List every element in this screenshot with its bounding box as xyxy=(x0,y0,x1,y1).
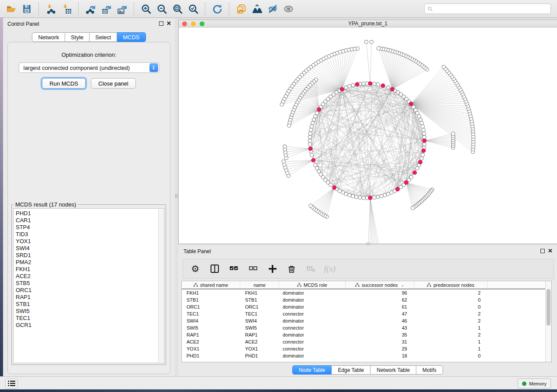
delete-button[interactable] xyxy=(286,264,297,274)
table-settings-button[interactable]: ⚙ xyxy=(190,264,201,274)
graph-node[interactable] xyxy=(383,193,387,197)
graph-node[interactable] xyxy=(309,204,312,207)
graph-node[interactable] xyxy=(451,132,455,135)
column-header-predecessor-nodes[interactable]: predecessor nodes xyxy=(414,281,488,289)
export-network-button[interactable] xyxy=(84,2,97,15)
graph-node[interactable] xyxy=(422,132,426,135)
float-panel-icon[interactable] xyxy=(540,249,545,253)
open-file-button[interactable] xyxy=(4,2,17,15)
mcds-list-item[interactable]: SRD1 xyxy=(16,252,164,259)
mcds-result-list[interactable]: PHD1CAR1STP4TID3YOX1SWI4SRD1PMA2FKH1ACE2… xyxy=(13,208,164,363)
graph-node[interactable] xyxy=(280,103,284,106)
table-row[interactable]: YOX1YOX1connector291 xyxy=(182,345,551,352)
graph-node[interactable] xyxy=(419,118,422,121)
graph-mcds-node[interactable] xyxy=(413,171,417,175)
graph-node[interactable] xyxy=(312,118,315,121)
graph-mcds-node[interactable] xyxy=(317,107,321,111)
hide-glasses-button[interactable] xyxy=(266,2,279,15)
graph-node[interactable] xyxy=(412,105,415,109)
mcds-list-item[interactable]: ACE2 xyxy=(16,273,164,280)
table-row[interactable]: PHD1PHD1dominator180 xyxy=(182,352,551,359)
graph-node[interactable] xyxy=(376,195,380,199)
graph-mcds-node[interactable] xyxy=(311,158,315,162)
run-mcds-button[interactable]: Run MCDS xyxy=(42,78,86,89)
select-all-button[interactable] xyxy=(228,264,239,274)
import-table-button[interactable] xyxy=(60,2,73,15)
graph-mcds-node[interactable] xyxy=(391,87,394,91)
graph-node[interactable] xyxy=(380,194,383,198)
vertical-splitter[interactable] xyxy=(175,18,178,376)
search-field[interactable] xyxy=(435,6,548,12)
graph-node[interactable] xyxy=(422,128,425,132)
network-window-titlebar[interactable]: YPA_prune.txt_1 xyxy=(179,20,557,28)
close-panel-button[interactable]: Close panel xyxy=(91,78,136,89)
graph-node[interactable] xyxy=(308,142,311,146)
graph-mcds-node[interactable] xyxy=(368,196,372,200)
mcds-list-item[interactable]: FKH1 xyxy=(16,266,164,273)
mcds-list-item[interactable]: STB1 xyxy=(16,301,164,308)
zoom-out-button[interactable] xyxy=(155,2,168,15)
graph-node[interactable] xyxy=(422,142,426,146)
column-header-shared-name[interactable]: shared name xyxy=(182,281,240,289)
graph-node[interactable] xyxy=(309,128,313,132)
graph-mcds-node[interactable] xyxy=(396,187,400,191)
close-panel-icon[interactable]: ✕ xyxy=(548,249,553,253)
graph-node[interactable] xyxy=(355,195,358,199)
tab-edge-table[interactable]: Edge Table xyxy=(332,365,370,375)
scrollbar-thumb[interactable] xyxy=(547,289,550,326)
graph-node[interactable] xyxy=(376,83,380,86)
graph-node[interactable] xyxy=(344,86,348,89)
memory-button[interactable]: Memory xyxy=(518,378,551,389)
tab-select[interactable]: Select xyxy=(90,32,117,42)
graph-node[interactable] xyxy=(287,124,291,127)
graph-node[interactable] xyxy=(314,114,317,118)
graph-node[interactable] xyxy=(420,157,423,160)
zoom-selected-button[interactable] xyxy=(187,2,200,15)
mcds-list-item[interactable]: TID3 xyxy=(16,231,164,238)
import-network-button[interactable] xyxy=(44,2,57,15)
graph-mcds-node[interactable] xyxy=(405,181,408,185)
graph-mcds-node[interactable] xyxy=(308,147,312,151)
column-header-MCDS-role[interactable]: MCDS role xyxy=(279,281,346,289)
mcds-list-item[interactable]: STB5 xyxy=(16,280,164,287)
column-header-successor-nodes[interactable]: successor nodes⌄ xyxy=(346,281,414,289)
graph-node[interactable] xyxy=(370,40,373,44)
mcds-list-item[interactable]: ORC1 xyxy=(16,287,164,294)
graph-mcds-node[interactable] xyxy=(409,102,413,106)
graph-node[interactable] xyxy=(308,135,311,139)
graph-node[interactable] xyxy=(377,47,380,50)
table-row[interactable]: FKH1FKH1dominator962 xyxy=(182,289,551,296)
mcds-list-item[interactable]: SWI4 xyxy=(16,245,164,252)
status-menu-button[interactable] xyxy=(5,378,17,389)
graph-node[interactable] xyxy=(329,183,332,186)
tab-network-table[interactable]: Network Table xyxy=(370,365,416,375)
tab-style[interactable]: Style xyxy=(65,32,90,42)
mcds-list-item[interactable]: TEC1 xyxy=(16,315,164,322)
zoom-fit-button[interactable] xyxy=(171,2,184,15)
graph-mcds-node[interactable] xyxy=(381,84,385,88)
close-window-icon[interactable] xyxy=(182,21,187,26)
tab-node-table[interactable]: Node Table xyxy=(292,365,332,375)
splitter-handle[interactable] xyxy=(175,194,178,198)
graph-node[interactable] xyxy=(387,192,390,196)
mcds-list-item[interactable]: PMA2 xyxy=(16,259,164,266)
network-graph[interactable] xyxy=(179,28,557,244)
graph-mcds-node[interactable] xyxy=(419,160,422,164)
graph-node[interactable] xyxy=(364,40,368,44)
find-button[interactable] xyxy=(250,2,263,15)
tab-mcds[interactable]: MCDS xyxy=(117,32,145,42)
table-row[interactable]: STB1STB1dominator620 xyxy=(182,296,551,303)
graph-mcds-node[interactable] xyxy=(422,139,426,143)
close-panel-icon[interactable]: ✕ xyxy=(166,21,171,26)
table-row[interactable]: SWI4SWI4dominator462 xyxy=(182,317,551,324)
columns-button[interactable] xyxy=(209,264,220,274)
tab-motifs[interactable]: Motifs xyxy=(416,365,443,375)
graph-node[interactable] xyxy=(442,65,445,69)
graph-node[interactable] xyxy=(362,82,365,85)
criterion-select[interactable]: largest connected component (undirected)… xyxy=(19,62,159,73)
mcds-list-item[interactable]: PHD1 xyxy=(16,210,164,217)
graph-node[interactable] xyxy=(283,144,287,148)
network-from-selection-button[interactable] xyxy=(235,2,248,15)
graph-node[interactable] xyxy=(310,125,313,128)
graph-node[interactable] xyxy=(282,160,285,163)
